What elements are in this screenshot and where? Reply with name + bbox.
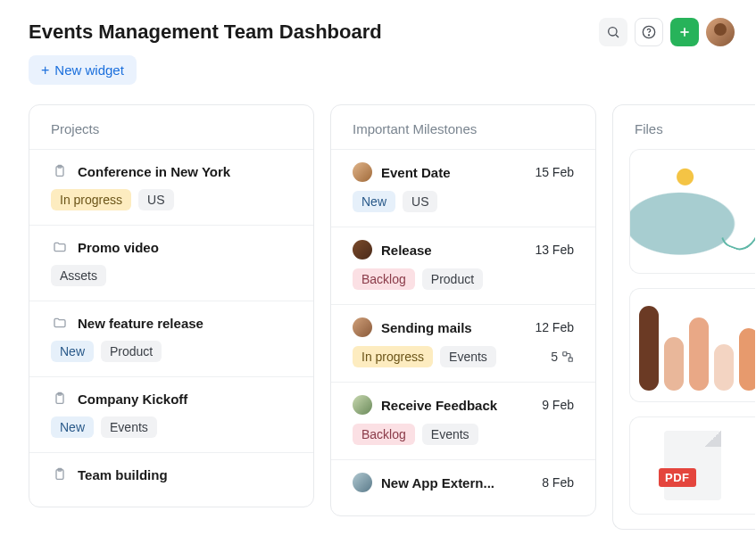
project-row[interactable]: Company Kickoff NewEvents — [29, 376, 313, 452]
files-title: Files — [613, 105, 755, 149]
svg-line-1 — [616, 35, 619, 37]
projects-title: Projects — [29, 105, 313, 149]
pdf-icon: PDF — [664, 431, 721, 500]
tags: In progressEvents5 — [353, 346, 574, 367]
user-avatar[interactable] — [706, 18, 735, 46]
project-row[interactable]: Promo video Assets — [29, 225, 313, 301]
milestone-date: 12 Feb — [535, 320, 574, 334]
project-title: Conference in New York — [78, 164, 292, 179]
project-row[interactable]: Team building — [29, 452, 313, 507]
project-title: New feature release — [78, 316, 292, 331]
plus-icon — [677, 25, 692, 39]
tag[interactable]: US — [403, 191, 437, 212]
svg-point-3 — [648, 35, 649, 36]
milestone-row[interactable]: Event Date 15 Feb NewUS — [331, 149, 595, 227]
milestone-title: Release — [381, 243, 526, 258]
milestone-row[interactable]: Release 13 Feb BacklogProduct — [331, 227, 595, 304]
subtask-count: 5 — [551, 350, 574, 364]
project-title: Promo video — [78, 240, 292, 255]
tag[interactable]: Events — [101, 416, 157, 438]
tag[interactable]: In progress — [353, 346, 433, 367]
projects-widget: Projects Conference in New York In progr… — [29, 104, 314, 507]
new-widget-label: New widget — [54, 62, 124, 78]
tag[interactable]: New — [51, 416, 94, 438]
svg-point-0 — [609, 28, 617, 36]
file-thumbnail[interactable] — [629, 149, 755, 274]
tags: NewUS — [353, 191, 574, 212]
tag[interactable]: US — [138, 189, 173, 210]
svg-rect-13 — [569, 358, 572, 361]
add-button[interactable] — [670, 18, 699, 46]
tags: BacklogProduct — [353, 268, 574, 290]
tags: Assets — [51, 265, 292, 286]
tags: NewProduct — [51, 341, 292, 362]
search-icon — [606, 25, 620, 39]
tag[interactable]: Backlog — [353, 424, 415, 445]
milestone-date: 13 Feb — [535, 243, 574, 257]
milestone-date: 9 Feb — [542, 398, 574, 412]
assignee-avatar[interactable] — [353, 317, 372, 337]
tag[interactable]: In progress — [51, 189, 131, 210]
milestone-date: 15 Feb — [535, 165, 574, 179]
file-thumbnail[interactable] — [629, 288, 755, 402]
tags: NewEvents — [51, 416, 292, 438]
project-title: Team building — [78, 467, 292, 482]
help-icon — [642, 25, 656, 39]
milestone-title: Receive Feedback — [381, 398, 533, 413]
assignee-avatar[interactable] — [353, 162, 372, 182]
dashboard-header: Events Management Team Dashboard — [29, 18, 756, 46]
file-thumbnail[interactable]: PDF — [629, 416, 755, 515]
milestones-widget: Important Milestones Event Date 15 Feb N… — [330, 104, 596, 516]
tag[interactable]: Events — [440, 346, 496, 367]
plus-icon: + — [41, 63, 49, 78]
clipboard-icon — [51, 162, 69, 180]
tag[interactable]: Product — [101, 341, 162, 362]
milestone-row[interactable]: Sending mails 12 Feb In progressEvents5 — [331, 304, 595, 382]
tag[interactable]: New — [353, 191, 395, 212]
milestone-row[interactable]: New App Extern... 8 Feb — [331, 459, 595, 515]
milestone-row[interactable]: Receive Feedback 9 Feb BacklogEvents — [331, 382, 595, 459]
tag[interactable]: Product — [422, 268, 483, 290]
header-actions — [599, 18, 735, 46]
svg-rect-12 — [563, 352, 567, 356]
folder-icon — [51, 238, 69, 256]
assignee-avatar[interactable] — [353, 473, 372, 492]
milestone-title: Sending mails — [381, 320, 526, 335]
pdf-label: PDF — [659, 468, 696, 487]
milestone-title: New App Extern... — [381, 475, 533, 490]
tags: BacklogEvents — [353, 424, 574, 445]
tag[interactable]: Events — [422, 424, 478, 445]
milestone-title: Event Date — [381, 165, 526, 180]
files-widget: Files PDF — [612, 104, 755, 530]
project-title: Company Kickoff — [78, 392, 292, 407]
dashboard-columns: Projects Conference in New York In progr… — [29, 104, 756, 530]
clipboard-icon — [51, 390, 69, 408]
tags: In progressUS — [51, 189, 292, 210]
clipboard-icon — [51, 466, 69, 483]
tag[interactable]: New — [51, 341, 94, 362]
search-button[interactable] — [599, 18, 627, 46]
tag[interactable]: Assets — [51, 265, 106, 286]
folder-icon — [51, 314, 69, 332]
new-widget-button[interactable]: + New widget — [29, 55, 137, 85]
assignee-avatar[interactable] — [353, 395, 372, 415]
project-row[interactable]: New feature release NewProduct — [29, 301, 313, 376]
milestone-date: 8 Feb — [542, 475, 574, 490]
page-title: Events Management Team Dashboard — [29, 21, 382, 44]
help-button[interactable] — [635, 18, 663, 46]
assignee-avatar[interactable] — [353, 240, 372, 260]
milestones-title: Important Milestones — [331, 105, 595, 149]
project-row[interactable]: Conference in New York In progressUS — [29, 149, 313, 225]
tag[interactable]: Backlog — [353, 268, 415, 290]
